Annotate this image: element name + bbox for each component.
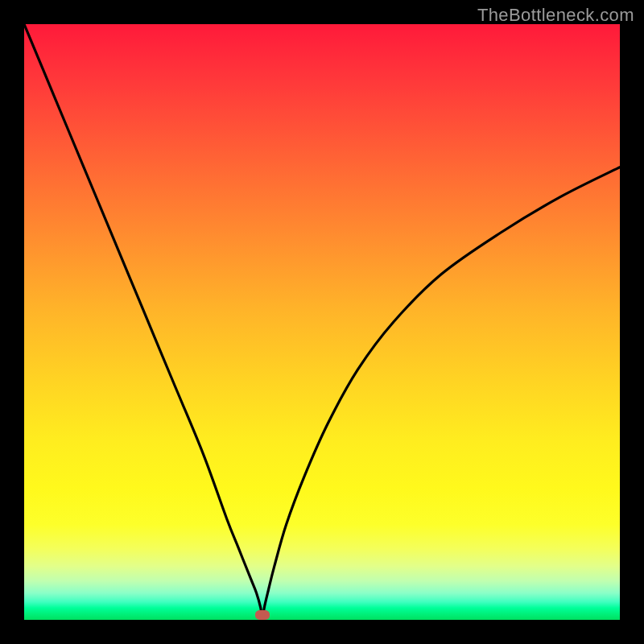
watermark-text: TheBottleneck.com xyxy=(477,5,634,26)
optimum-marker xyxy=(255,610,270,620)
chart-plot-area xyxy=(24,24,620,620)
bottleneck-curve xyxy=(24,24,620,620)
